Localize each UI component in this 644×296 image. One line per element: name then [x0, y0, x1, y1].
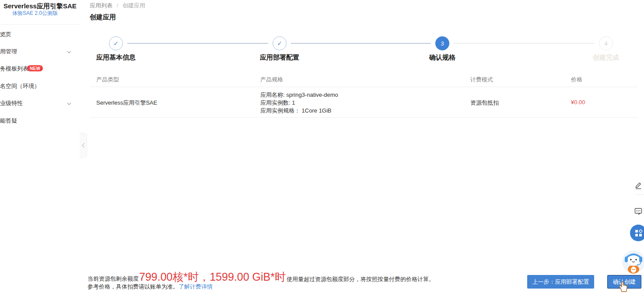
- quota-label: 当前资源包剩余额度：: [88, 275, 144, 283]
- step-connector-3-4: [454, 43, 595, 44]
- column-header-product-spec: 产品规格: [260, 76, 283, 84]
- new-badge: NEW: [27, 65, 43, 71]
- breadcrumb-current: 创建应用: [122, 2, 145, 9]
- sae2-beta-link[interactable]: 体验SAE 2.0公测版: [12, 10, 58, 17]
- chevron-down-icon[interactable]: [66, 101, 72, 107]
- quota-value: 799.00核*时，1599.00 GiB*时: [139, 270, 286, 284]
- cell-product-type: Serverless应用引擎SAE: [96, 99, 157, 107]
- breadcrumb-separator: /: [117, 2, 119, 9]
- prev-step-button[interactable]: 上一步：应用部署配置: [527, 275, 594, 289]
- cell-price: ¥0.00: [571, 99, 585, 106]
- ai-assistant-mascot[interactable]: [621, 248, 644, 275]
- sidebar-item-qa[interactable]: 能答疑: [0, 117, 17, 125]
- page-title: 创建应用: [90, 13, 116, 21]
- reference-note-text: 参考价格，具体扣费请以账单为准。: [88, 283, 178, 290]
- chevron-down-icon[interactable]: [66, 49, 72, 55]
- reference-note: 参考价格，具体扣费请以账单为准。了解计费详情: [88, 283, 213, 291]
- confirm-create-button[interactable]: 确认创建: [607, 275, 641, 289]
- table-row-divider: [90, 117, 638, 118]
- table-header-divider: [90, 87, 638, 87]
- sidebar-collapse-handle[interactable]: [80, 133, 87, 158]
- step-4-label: 创建完成: [571, 53, 641, 62]
- step-1-label: 应用基本信息: [81, 53, 151, 62]
- step-4-circle: 4: [599, 36, 613, 50]
- cell-billing-mode: 资源包抵扣: [470, 99, 499, 107]
- sidebar-item-enterprise-features[interactable]: 业级特性: [0, 99, 23, 107]
- billing-details-link[interactable]: 了解计费详情: [178, 283, 213, 290]
- cell-instance-spec: 应用实例规格： 1Core 1GiB: [260, 107, 332, 115]
- column-header-price: 价格: [571, 76, 582, 84]
- rail-divider: [635, 194, 644, 195]
- step-3-label: 确认规格: [407, 53, 477, 62]
- overage-note: 使用量超过资源包额度部分，将按照按量付费的价格计算。: [287, 275, 434, 283]
- app-grid-icon: [634, 229, 643, 237]
- step-2-label: 应用部署配置: [245, 53, 315, 62]
- column-header-billing-mode: 计费模式: [470, 76, 493, 84]
- edit-pencil-icon[interactable]: [634, 181, 643, 190]
- step-1-circle: ✓: [109, 36, 123, 50]
- breadcrumb: 应用列表 / 创建应用: [90, 2, 145, 10]
- column-header-product-type: 产品类型: [96, 76, 119, 84]
- sidebar-item-overview[interactable]: 览页: [0, 31, 11, 39]
- chat-bubble-icon[interactable]: [634, 207, 643, 215]
- cell-instance-count: 应用实例数: 1: [260, 99, 295, 107]
- cell-app-name: 应用名称: spring3-native-demo: [260, 91, 338, 99]
- ai-assistant-robot-icon: [621, 248, 644, 275]
- breadcrumb-app-list[interactable]: 应用列表: [90, 2, 112, 9]
- sidebar-item-task-templates[interactable]: 务模板列表: [0, 65, 28, 73]
- step-connector-1-2: [127, 43, 268, 44]
- step-connector-2-3: [291, 43, 431, 44]
- sidebar-item-app-management[interactable]: 用管理: [0, 48, 17, 56]
- chevron-left-icon: [81, 143, 85, 148]
- sidebar-divider: [0, 24, 81, 25]
- step-3-circle: 3: [435, 36, 449, 50]
- app-grid-fab[interactable]: [630, 225, 644, 241]
- sidebar-item-namespaces[interactable]: 名空间（环境）: [0, 82, 40, 90]
- step-2-circle: ✓: [273, 36, 287, 50]
